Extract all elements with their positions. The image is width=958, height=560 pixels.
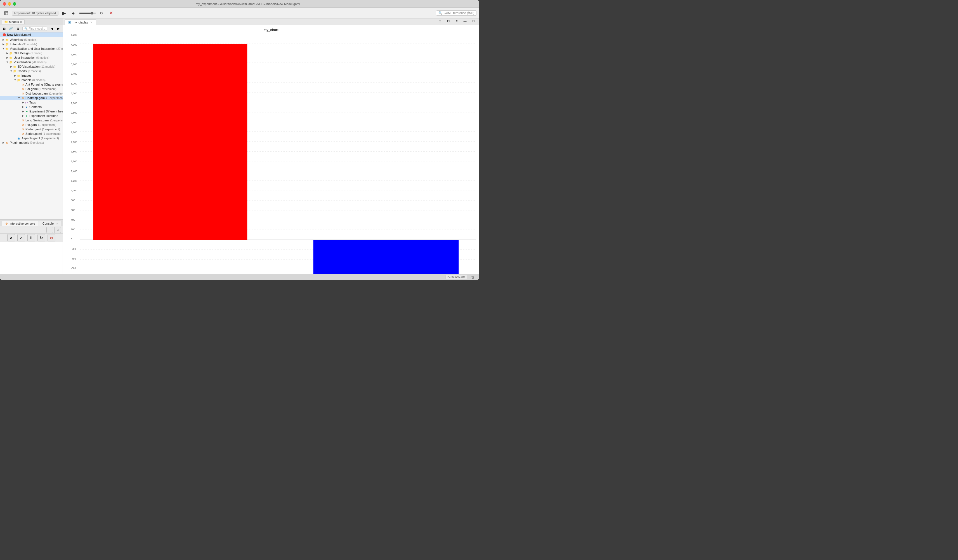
traffic-lights xyxy=(3,2,16,6)
left-panel: 📁 Models ✕ ⊟ 🔗 ⊞ 🔍 Find model... ◀ ▶ 🔴 xyxy=(0,19,63,274)
search-icon: 🔍 xyxy=(24,27,28,30)
current-file-item[interactable]: 🔴 New Model.gaml xyxy=(0,32,63,37)
y-label: 1,400 xyxy=(71,170,78,173)
tree-item-3d-viz[interactable]: ▶ 📁 3D Visualization (11 models) xyxy=(0,64,63,69)
console-tab-close[interactable]: ✕ xyxy=(56,222,58,225)
display-tab-actions: ⊞ ⊟ ≡ — □ xyxy=(436,19,479,25)
models-tab[interactable]: 📁 Models ✕ xyxy=(2,19,25,24)
minimize-display-button[interactable]: — xyxy=(461,19,469,25)
chart-container: -1,200 -1,000 -800 -600 -400 -200 0 200 … xyxy=(66,33,476,274)
expand-button[interactable]: ⊞ xyxy=(14,26,21,32)
folder-icon: 📁 xyxy=(17,78,21,82)
tree-item-charts[interactable]: ▼ 📁 Charts (8 models) xyxy=(0,69,63,73)
y-label: 0 xyxy=(71,238,78,241)
stop-button[interactable]: ✕ xyxy=(107,9,115,17)
models-tab-close[interactable]: ✕ xyxy=(20,21,22,24)
btn-pause[interactable]: ⏸ xyxy=(27,234,35,241)
y-label: 800 xyxy=(71,199,78,201)
title-bar: my_experiment – /Users/ben/Dev/wsGamaGit… xyxy=(0,0,479,8)
speed-slider[interactable] xyxy=(79,13,96,14)
gaml-search[interactable]: 🔍 GAML reference (⌘H) xyxy=(436,10,477,16)
model-icon: ⚙ xyxy=(21,123,25,127)
link-button[interactable]: 🔗 xyxy=(8,26,14,32)
tree-item-gui-design[interactable]: ▶ 📁 GUI Design (1 model) xyxy=(0,51,63,56)
nav-back[interactable]: ◀ xyxy=(49,26,55,32)
folder-icon: 📁 xyxy=(4,20,8,24)
bottom-section: ⚙ Interactive console Console ✕ — □ xyxy=(0,219,63,274)
btn-a-down[interactable]: A xyxy=(17,234,25,241)
tree-item-distribution[interactable]: ▶ ⚙ Distribution.gaml (1 experiment) xyxy=(0,91,63,96)
interactive-console-tab[interactable]: ⚙ Interactive console xyxy=(2,221,39,226)
y-label: 400 xyxy=(71,219,78,221)
nav-forward[interactable]: ▶ xyxy=(56,26,62,32)
tree-item-long-series[interactable]: ▶ ⚙ Long Series.gaml (1 experiment) xyxy=(0,118,63,122)
arrow-icon: ▶ xyxy=(21,105,25,108)
console-content xyxy=(0,242,63,274)
find-model-input[interactable]: 🔍 Find model... xyxy=(22,27,47,31)
tree-item-bar[interactable]: ▶ ⚙ Bar.gaml (1 experiment) xyxy=(0,87,63,91)
console-tab[interactable]: Console ✕ xyxy=(39,221,62,226)
tree-item-heatmap[interactable]: ▼ ⚙ Heatmap.gaml (1 experiment) xyxy=(0,96,63,100)
tree-item-tutorials[interactable]: ▶ 📁 Tutorials (30 models) xyxy=(0,42,63,46)
reset-button[interactable]: ↺ xyxy=(98,9,105,17)
chart-area: my_chart -1,200 -1,000 -800 -600 -400 -2… xyxy=(63,25,479,274)
maximize-button[interactable] xyxy=(13,2,16,6)
main-area: 📁 Models ✕ ⊟ 🔗 ⊞ 🔍 Find model... ◀ ▶ 🔴 xyxy=(0,19,479,274)
svg-rect-0 xyxy=(5,11,8,15)
y-label: 1,200 xyxy=(71,179,78,182)
tree-item-images[interactable]: ▶ 📁 images xyxy=(0,73,63,78)
chart-title: my_chart xyxy=(66,28,476,32)
y-label: 2,800 xyxy=(71,102,78,105)
maximize-console-button[interactable]: □ xyxy=(54,227,61,233)
tree-item-radar[interactable]: ▶ ⚙ Radar.gaml (1 experiment) xyxy=(0,127,63,132)
arrow-icon: ▼ xyxy=(2,47,5,50)
tree-item-visualization[interactable]: ▼ 📁 Visualization (20 models) xyxy=(0,60,63,64)
my-display-tab[interactable]: ▣ my_display ✕ xyxy=(65,19,96,25)
minimize-button[interactable] xyxy=(8,2,11,6)
btn-a-up[interactable]: A xyxy=(7,234,15,241)
arrow-icon: ▶ xyxy=(2,141,5,144)
tree-item-pie[interactable]: ▶ ⚙ Pie.gaml (1 experiment) xyxy=(0,122,63,127)
arrow-icon: ▼ xyxy=(17,96,21,100)
folder-icon: 📁 xyxy=(13,65,17,68)
tree-item-aspects[interactable]: ▶ ◉ Aspects.gaml (1 experiment) xyxy=(0,136,63,140)
minimize-console-button[interactable]: — xyxy=(46,227,53,233)
tree-item-exp-heatmap[interactable]: ▶ ▶ Experiment Heatmap xyxy=(0,114,63,118)
tree-item-plugin-models[interactable]: ▶ ⚙ Plugin models (9 projects) xyxy=(0,140,63,145)
close-button[interactable] xyxy=(3,2,6,6)
layout-button[interactable]: ≡ xyxy=(453,19,460,25)
tree-item-waterflow[interactable]: ▶ 📁 Waterflow (5 models) xyxy=(0,38,63,42)
memory-label: 278M of 608M xyxy=(446,275,467,279)
btn-stop[interactable]: ⊗ xyxy=(48,234,56,241)
main-window: my_experiment – /Users/ben/Dev/wsGamaGit… xyxy=(0,0,479,280)
tree-item-series[interactable]: ▶ ⚙ Series.gaml (1 experiment) xyxy=(0,132,63,136)
y-label: 1,600 xyxy=(71,160,78,163)
experiment-label: Experiment: 10 cycles elapsed xyxy=(12,11,59,16)
display-tab-close[interactable]: ✕ xyxy=(90,21,92,24)
tree-item-tags[interactable]: ▶ 🏷 Tags xyxy=(0,100,63,105)
model-icon: ⚙ xyxy=(21,87,25,91)
collapse-all-button[interactable]: ⊟ xyxy=(1,26,7,32)
toolbar-left: Experiment: 10 cycles elapsed ▶ ⏭ ↺ ✕ xyxy=(2,9,115,17)
maximize-display-button[interactable]: □ xyxy=(469,19,477,25)
memory-icon[interactable]: 🗑 xyxy=(469,273,477,280)
tree-item-viz-ui[interactable]: ▼ 📁 Visualization and User Interaction (… xyxy=(0,46,63,51)
tree-item-exp-diff-heatmaps[interactable]: ▶ ▶ Experiment Different heatmaps xyxy=(0,109,63,114)
bar-numberB xyxy=(313,240,458,274)
grid-button[interactable]: ⊟ xyxy=(444,19,452,25)
tree-item-user-interaction[interactable]: ▶ 📁 User Interaction (6 models) xyxy=(0,56,63,60)
models-tab-bar: 📁 Models ✕ xyxy=(0,19,63,25)
tree-item-models[interactable]: ▼ 📁 models (8 models) xyxy=(0,78,63,82)
step-button[interactable]: ⏭ xyxy=(70,9,78,17)
chart-svg xyxy=(80,33,476,274)
y-label: 1,000 xyxy=(71,189,78,192)
tree-item-contents[interactable]: ▶ ● Contents xyxy=(0,105,63,109)
edit-button[interactable] xyxy=(2,9,10,17)
btn-refresh[interactable]: ↻ xyxy=(38,234,45,241)
tree-item-ant-foraging[interactable]: ▶ ⚙ Ant Foraging (Charts examples).gaml … xyxy=(0,82,63,87)
model-icon: ⚙ xyxy=(21,92,25,95)
gear-folder-icon: ⚙ xyxy=(5,141,9,144)
play-button[interactable]: ▶ xyxy=(60,9,68,17)
filter-button[interactable]: ⊞ xyxy=(436,19,444,25)
display-icon: ▣ xyxy=(68,21,71,24)
